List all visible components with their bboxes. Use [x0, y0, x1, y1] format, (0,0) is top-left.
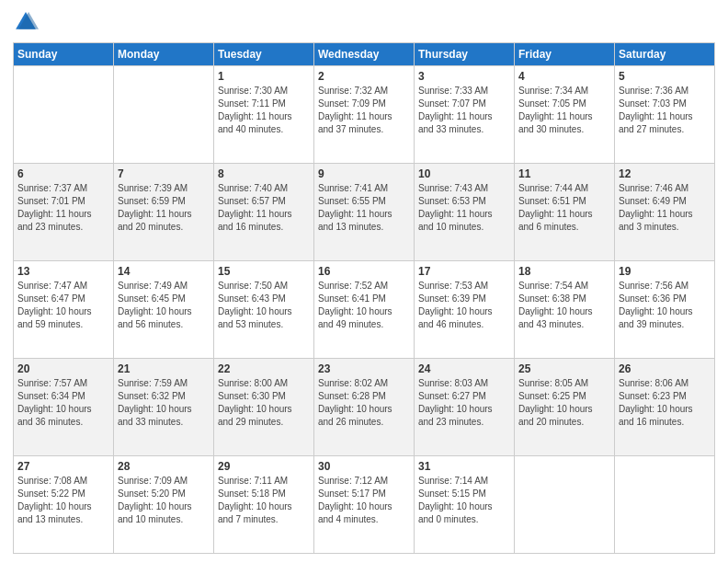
daylight-text: Daylight: 10 hours and 0 minutes.	[418, 501, 493, 524]
sunset-text: Sunset: 7:05 PM	[518, 98, 586, 109]
sunrise-text: Sunrise: 8:06 AM	[619, 378, 688, 388]
sunset-text: Sunset: 6:25 PM	[518, 391, 586, 401]
sunrise-text: Sunrise: 7:56 AM	[619, 281, 688, 291]
week-row-4: 20Sunrise: 7:57 AMSunset: 6:34 PMDayligh…	[14, 359, 715, 456]
day-info: Sunrise: 7:32 AMSunset: 7:09 PMDaylight:…	[318, 85, 410, 136]
day-info: Sunrise: 8:02 AMSunset: 6:28 PMDaylight:…	[318, 377, 410, 429]
daylight-text: Daylight: 10 hours and 46 minutes.	[418, 306, 493, 329]
sunset-text: Sunset: 7:07 PM	[418, 98, 486, 109]
day-number: 3	[418, 70, 510, 83]
daylight-text: Daylight: 11 hours and 20 minutes.	[118, 209, 192, 232]
day-cell	[515, 456, 615, 554]
day-info: Sunrise: 7:08 AMSunset: 5:22 PMDaylight:…	[17, 475, 109, 526]
sunrise-text: Sunrise: 7:49 AM	[118, 281, 188, 291]
day-cell: 20Sunrise: 7:57 AMSunset: 6:34 PMDayligh…	[14, 359, 114, 456]
day-info: Sunrise: 7:09 AMSunset: 5:20 PMDaylight:…	[118, 475, 210, 526]
sunset-text: Sunset: 6:51 PM	[518, 196, 586, 206]
day-info: Sunrise: 7:39 AMSunset: 6:59 PMDaylight:…	[118, 182, 210, 234]
sunset-text: Sunset: 6:30 PM	[218, 391, 286, 401]
day-cell: 10Sunrise: 7:43 AMSunset: 6:53 PMDayligh…	[415, 164, 515, 261]
calendar-table: SundayMondayTuesdayWednesdayThursdayFrid…	[13, 42, 715, 554]
day-cell: 27Sunrise: 7:08 AMSunset: 5:22 PMDayligh…	[14, 456, 114, 554]
day-info: Sunrise: 7:49 AMSunset: 6:45 PMDaylight:…	[118, 280, 210, 331]
daylight-text: Daylight: 11 hours and 16 minutes.	[218, 209, 292, 232]
day-number: 18	[518, 265, 610, 278]
sunrise-text: Sunrise: 7:36 AM	[619, 86, 688, 96]
day-info: Sunrise: 7:53 AMSunset: 6:39 PMDaylight:…	[418, 280, 510, 331]
day-number: 11	[518, 167, 610, 180]
week-row-5: 27Sunrise: 7:08 AMSunset: 5:22 PMDayligh…	[14, 456, 715, 554]
sunrise-text: Sunrise: 7:46 AM	[619, 183, 688, 193]
sunset-text: Sunset: 6:53 PM	[418, 196, 486, 206]
day-number: 2	[318, 70, 410, 83]
day-number: 24	[418, 362, 510, 375]
sunrise-text: Sunrise: 7:54 AM	[518, 281, 588, 291]
sunset-text: Sunset: 5:15 PM	[418, 488, 486, 499]
day-cell: 17Sunrise: 7:53 AMSunset: 6:39 PMDayligh…	[415, 261, 515, 359]
column-header-sunday: Sunday	[14, 43, 114, 66]
daylight-text: Daylight: 11 hours and 33 minutes.	[418, 111, 493, 134]
day-info: Sunrise: 7:30 AMSunset: 7:11 PMDaylight:…	[218, 85, 310, 136]
sunrise-text: Sunrise: 7:11 AM	[218, 476, 288, 486]
day-info: Sunrise: 7:43 AMSunset: 6:53 PMDaylight:…	[418, 182, 510, 234]
sunset-text: Sunset: 7:03 PM	[619, 98, 687, 109]
day-cell	[14, 66, 114, 164]
day-cell: 18Sunrise: 7:54 AMSunset: 6:38 PMDayligh…	[515, 261, 615, 359]
day-info: Sunrise: 7:11 AMSunset: 5:18 PMDaylight:…	[218, 475, 310, 526]
sunrise-text: Sunrise: 7:30 AM	[218, 86, 288, 96]
day-info: Sunrise: 7:36 AMSunset: 7:03 PMDaylight:…	[619, 85, 711, 136]
daylight-text: Daylight: 10 hours and 13 minutes.	[17, 501, 92, 524]
header	[13, 9, 715, 35]
sunset-text: Sunset: 6:38 PM	[518, 293, 586, 304]
day-cell: 5Sunrise: 7:36 AMSunset: 7:03 PMDaylight…	[615, 66, 715, 164]
sunset-text: Sunset: 6:43 PM	[218, 293, 286, 304]
daylight-text: Daylight: 10 hours and 49 minutes.	[318, 306, 392, 329]
day-cell: 31Sunrise: 7:14 AMSunset: 5:15 PMDayligh…	[415, 456, 515, 554]
day-number: 17	[418, 265, 510, 278]
sunrise-text: Sunrise: 7:09 AM	[118, 476, 188, 486]
sunset-text: Sunset: 6:55 PM	[318, 196, 386, 206]
sunrise-text: Sunrise: 7:14 AM	[418, 476, 488, 486]
day-number: 23	[318, 362, 410, 375]
sunrise-text: Sunrise: 7:12 AM	[318, 476, 388, 486]
sunrise-text: Sunrise: 7:50 AM	[218, 281, 288, 291]
day-cell	[615, 456, 715, 554]
daylight-text: Daylight: 10 hours and 39 minutes.	[619, 306, 693, 329]
column-header-monday: Monday	[114, 43, 214, 66]
sunrise-text: Sunrise: 7:32 AM	[318, 86, 388, 96]
week-row-3: 13Sunrise: 7:47 AMSunset: 6:47 PMDayligh…	[14, 261, 715, 359]
day-number: 4	[518, 70, 610, 83]
sunset-text: Sunset: 5:17 PM	[318, 488, 386, 499]
sunrise-text: Sunrise: 7:44 AM	[518, 183, 588, 193]
sunset-text: Sunset: 7:09 PM	[318, 98, 386, 109]
sunrise-text: Sunrise: 7:52 AM	[318, 281, 388, 291]
sunset-text: Sunset: 7:11 PM	[218, 98, 286, 109]
sunrise-text: Sunrise: 7:34 AM	[518, 86, 588, 96]
day-cell: 12Sunrise: 7:46 AMSunset: 6:49 PMDayligh…	[615, 164, 715, 261]
daylight-text: Daylight: 10 hours and 26 minutes.	[318, 404, 392, 427]
daylight-text: Daylight: 11 hours and 3 minutes.	[619, 209, 693, 232]
sunrise-text: Sunrise: 7:57 AM	[17, 378, 87, 388]
day-cell: 4Sunrise: 7:34 AMSunset: 7:05 PMDaylight…	[515, 66, 615, 164]
calendar-page: SundayMondayTuesdayWednesdayThursdayFrid…	[0, 0, 728, 563]
day-number: 5	[619, 70, 711, 83]
day-info: Sunrise: 7:33 AMSunset: 7:07 PMDaylight:…	[418, 85, 510, 136]
day-number: 22	[218, 362, 310, 375]
week-row-2: 6Sunrise: 7:37 AMSunset: 7:01 PMDaylight…	[14, 164, 715, 261]
day-cell: 29Sunrise: 7:11 AMSunset: 5:18 PMDayligh…	[214, 456, 314, 554]
daylight-text: Daylight: 11 hours and 40 minutes.	[218, 111, 292, 134]
day-cell: 13Sunrise: 7:47 AMSunset: 6:47 PMDayligh…	[14, 261, 114, 359]
day-cell: 26Sunrise: 8:06 AMSunset: 6:23 PMDayligh…	[615, 359, 715, 456]
day-number: 15	[218, 265, 310, 278]
sunset-text: Sunset: 6:28 PM	[318, 391, 386, 401]
day-cell: 24Sunrise: 8:03 AMSunset: 6:27 PMDayligh…	[415, 359, 515, 456]
day-info: Sunrise: 7:12 AMSunset: 5:17 PMDaylight:…	[318, 475, 410, 526]
day-info: Sunrise: 7:44 AMSunset: 6:51 PMDaylight:…	[518, 182, 610, 234]
day-number: 16	[318, 265, 410, 278]
day-cell: 19Sunrise: 7:56 AMSunset: 6:36 PMDayligh…	[615, 261, 715, 359]
sunset-text: Sunset: 6:23 PM	[619, 391, 687, 401]
sunset-text: Sunset: 6:34 PM	[17, 391, 85, 401]
day-info: Sunrise: 7:47 AMSunset: 6:47 PMDaylight:…	[17, 280, 109, 331]
daylight-text: Daylight: 10 hours and 4 minutes.	[318, 501, 392, 524]
day-info: Sunrise: 7:52 AMSunset: 6:41 PMDaylight:…	[318, 280, 410, 331]
